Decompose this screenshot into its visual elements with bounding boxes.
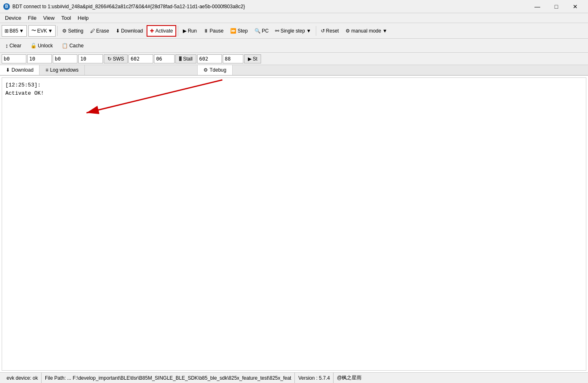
- right-panel-tabs: ⚙ Tdebug: [198, 65, 588, 75]
- evk-selector[interactable]: 〜 EVK ▼: [28, 25, 56, 37]
- status-user: @枫之星雨: [334, 373, 585, 383]
- activate-button[interactable]: ✚ Activate: [147, 25, 176, 37]
- pc-button[interactable]: 🔍 PC: [252, 25, 272, 37]
- sws-label: SWS: [113, 56, 124, 62]
- tdebug-tab[interactable]: ⚙ Tdebug: [198, 65, 233, 75]
- left-panel: ⬇ Download ≡ Log windows: [0, 65, 198, 75]
- erase-button[interactable]: 🖊 Erase: [87, 25, 112, 37]
- menu-bar: Device File View Tool Help: [0, 13, 588, 23]
- evk-wave-icon: 〜: [31, 27, 36, 34]
- unlock-icon: 🔓: [30, 43, 37, 49]
- step-icon: ⏩: [230, 28, 236, 34]
- addr-field-2[interactable]: [27, 54, 52, 63]
- reset-label: Reset: [326, 28, 339, 34]
- cache-label: Cache: [69, 43, 84, 49]
- setting-icon: ⚙: [62, 28, 67, 34]
- erase-icon: 🖊: [90, 28, 95, 34]
- left-panel-tabs: ⬇ Download ≡ Log windows: [0, 65, 197, 75]
- app-icon: B: [3, 3, 10, 10]
- cache-icon: 📋: [62, 43, 68, 49]
- step-button[interactable]: ⏩ Step: [227, 25, 251, 37]
- sws-button[interactable]: ↻ SWS: [104, 54, 128, 63]
- log-windows-icon: ≡: [45, 67, 48, 73]
- log-windows-label: Log windows: [50, 67, 78, 73]
- log-content: [12:25:53]: Activate OK!: [5, 81, 583, 97]
- main-toolbar: ⊞ B85 ▼ 〜 EVK ▼ ⚙ Setting 🖊 Erase ⬇ Down…: [0, 23, 588, 39]
- run-button[interactable]: ▶ Run: [180, 25, 200, 37]
- single-step-chevron: ▼: [306, 28, 311, 34]
- download-tab[interactable]: ⬇ Download: [0, 65, 40, 75]
- setting-button[interactable]: ⚙ Setting: [59, 25, 86, 37]
- single-step-button[interactable]: ⚯ Single step ▼: [272, 25, 314, 37]
- reset-button[interactable]: ↺ Reset: [318, 25, 342, 37]
- secondary-toolbar: ↕ Clear 🔓 Unlock 📋 Cache: [0, 39, 588, 53]
- menu-file[interactable]: File: [25, 14, 40, 22]
- evk-label: EVK: [37, 28, 47, 34]
- file-path-value: ... F:\develop_important\BLE\tlsr\B85M_S…: [67, 375, 291, 381]
- right-panel: ⚙ Tdebug: [198, 65, 588, 75]
- pause-icon: ⏸: [203, 28, 208, 34]
- main-content: [12:25:53]: Activate OK!: [0, 76, 588, 372]
- close-button[interactable]: ✕: [566, 0, 585, 13]
- addr-val-1[interactable]: [128, 54, 153, 63]
- log-line-2: Activate OK!: [5, 89, 583, 98]
- clear-icon: ↕: [5, 42, 8, 49]
- menu-tool[interactable]: Tool: [58, 14, 75, 22]
- log-windows-tab[interactable]: ≡ Log windows: [40, 65, 84, 75]
- addr-field-3[interactable]: [53, 54, 77, 63]
- download-tab-icon: ⬇: [6, 67, 10, 73]
- manual-mode-button[interactable]: ⚙ manual mode ▼: [343, 25, 390, 37]
- manual-mode-icon: ⚙: [345, 28, 350, 34]
- addr-val-4[interactable]: [223, 54, 243, 63]
- separator-3: [316, 26, 316, 36]
- status-file-path-label: File Path: ... F:\develop_important\BLE\…: [42, 373, 295, 383]
- file-path-label: File Path:: [45, 375, 66, 381]
- maximize-button[interactable]: □: [547, 0, 566, 13]
- pause-label: Pause: [210, 28, 224, 34]
- unlock-button[interactable]: 🔓 Unlock: [27, 40, 57, 51]
- minimize-button[interactable]: —: [528, 0, 547, 13]
- manual-mode-chevron: ▼: [383, 28, 387, 34]
- step-label: Step: [238, 28, 248, 34]
- sws-refresh-icon: ↻: [107, 56, 112, 62]
- stall-button[interactable]: ■ Stall: [175, 54, 196, 63]
- download-tab-label: Download: [12, 67, 33, 73]
- addr-val-3[interactable]: [197, 54, 222, 63]
- addr-val-2[interactable]: [154, 54, 175, 63]
- setting-label: Setting: [68, 28, 83, 34]
- activate-label: Activate: [155, 28, 173, 34]
- log-line-1: [12:25:53]:: [5, 81, 583, 89]
- start-button[interactable]: ▶ St: [244, 54, 261, 63]
- unlock-label: Unlock: [38, 43, 53, 49]
- address-bar: ↻ SWS ■ Stall ▶ St: [0, 53, 588, 65]
- device-selector[interactable]: ⊞ B85 ▼: [2, 25, 27, 37]
- reset-icon: ↺: [321, 28, 325, 34]
- single-step-icon: ⚯: [275, 28, 279, 34]
- start-label: St: [253, 56, 257, 62]
- clear-button[interactable]: ↕ Clear: [2, 40, 25, 51]
- download-icon: ⬇: [116, 28, 120, 34]
- menu-help[interactable]: Help: [75, 14, 92, 22]
- menu-device[interactable]: Device: [2, 14, 25, 22]
- log-area[interactable]: [12:25:53]: Activate OK!: [2, 77, 586, 371]
- addr-field-4[interactable]: [78, 54, 103, 63]
- status-bar: evk device: ok File Path: ... F:\develop…: [0, 372, 588, 383]
- status-device: evk device: ok: [3, 373, 42, 383]
- single-step-label: Single step: [280, 28, 305, 34]
- menu-view[interactable]: View: [40, 14, 58, 22]
- pc-label: PC: [262, 28, 269, 34]
- window-controls: — □ ✕: [528, 0, 585, 13]
- title-bar: B BDT connect to 1:usb#vid_248a&pid_8266…: [0, 0, 588, 13]
- device-icon: ⊞: [5, 28, 9, 34]
- tdebug-label: Tdebug: [210, 67, 226, 73]
- pause-button[interactable]: ⏸ Pause: [201, 25, 226, 37]
- cache-button[interactable]: 📋 Cache: [58, 40, 87, 51]
- start-icon: ▶: [248, 56, 252, 62]
- status-version: Version : 5.7.4: [295, 373, 334, 383]
- erase-label: Erase: [96, 28, 109, 34]
- activate-icon: ✚: [150, 28, 154, 34]
- run-icon: ▶: [183, 28, 187, 34]
- download-button[interactable]: ⬇ Download: [113, 25, 146, 37]
- addr-field-1[interactable]: [2, 54, 26, 63]
- evk-chevron-icon: ▼: [48, 28, 53, 34]
